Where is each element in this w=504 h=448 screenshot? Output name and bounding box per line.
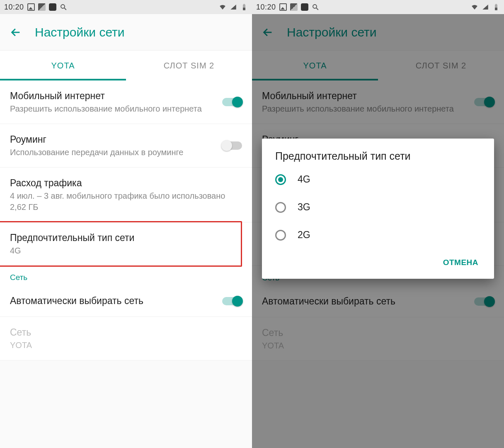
back-button[interactable] <box>260 25 275 40</box>
tab-sim2[interactable]: СЛОТ SIM 2 <box>378 51 504 80</box>
row-network-operator: Сеть YOTA <box>252 317 504 361</box>
status-clock: 10:20 <box>256 3 276 12</box>
radio-icon <box>275 230 286 241</box>
crop-icon <box>290 3 298 11</box>
option-label: 4G <box>298 174 310 185</box>
row-title: Роуминг <box>10 133 216 146</box>
switch-auto-network[interactable] <box>222 297 242 305</box>
radio-icon <box>275 202 286 213</box>
row-data-usage[interactable]: Расход трафика 4 июл. – 3 авг. мобильног… <box>0 168 252 222</box>
row-auto-select-network[interactable]: Автоматически выбирать сеть <box>0 285 252 317</box>
search-icon <box>60 3 67 11</box>
option-2g[interactable]: 2G <box>262 221 494 249</box>
image-icon <box>279 3 287 11</box>
svg-rect-9 <box>496 4 497 5</box>
tab-yota[interactable]: YOTA <box>0 51 126 80</box>
crop-icon <box>38 3 46 11</box>
option-label: 2G <box>298 229 310 241</box>
row-mobile-data[interactable]: Мобильный интернет Разрешить использован… <box>0 80 252 124</box>
row-title: Расход трафика <box>10 177 235 190</box>
tab-yota[interactable]: YOTA <box>252 51 378 80</box>
highlight-box: Предпочтительный тип сети 4G <box>0 221 242 267</box>
dialog-title: Предпочтительный тип сети <box>262 150 494 166</box>
search-icon <box>312 3 319 11</box>
row-subtitle: 4 июл. – 3 авг. мобильного трафика было … <box>10 190 235 213</box>
wifi-icon <box>219 3 226 11</box>
status-bar: 10:20 <box>0 0 252 14</box>
sim-tabs: YOTA СЛОТ SIM 2 <box>0 51 252 80</box>
row-subtitle: YOTA <box>262 340 487 351</box>
option-4g[interactable]: 4G <box>262 166 494 193</box>
status-bar: 10:20 <box>252 0 504 14</box>
app-bar: Настройки сети <box>0 14 252 51</box>
app-bar: Настройки сети <box>252 14 504 51</box>
svg-rect-3 <box>244 4 245 5</box>
square-icon <box>301 3 308 11</box>
battery-icon <box>240 3 248 11</box>
radio-checked-icon <box>275 174 286 185</box>
section-network: Сеть <box>0 265 252 285</box>
svg-line-7 <box>316 8 318 10</box>
cellular-icon <box>230 3 237 11</box>
row-title: Сеть <box>262 326 487 339</box>
svg-rect-4 <box>243 8 245 10</box>
row-title: Предпочтительный тип сети <box>10 231 224 244</box>
cancel-button[interactable]: ОТМЕНА <box>437 254 484 271</box>
image-icon <box>27 3 35 11</box>
page-title: Настройки сети <box>287 25 377 39</box>
row-title: Мобильный интернет <box>262 90 468 102</box>
svg-line-1 <box>64 8 66 10</box>
switch-auto-network[interactable] <box>474 297 494 306</box>
phone-screen-left: 10:20 Настройки сети YOTA СЛОТ SI <box>0 0 252 448</box>
row-subtitle: Разрешить использование мобильного интер… <box>10 103 216 114</box>
switch-mobile-data[interactable] <box>474 98 494 106</box>
row-subtitle: YOTA <box>10 340 235 351</box>
svg-point-0 <box>61 5 65 8</box>
row-roaming[interactable]: Роуминг Использование передачи данных в … <box>0 124 252 168</box>
option-label: 3G <box>298 202 310 213</box>
wifi-icon <box>471 3 478 11</box>
tab-sim2[interactable]: СЛОТ SIM 2 <box>126 51 252 80</box>
cellular-icon <box>482 3 489 11</box>
row-mobile-data[interactable]: Мобильный интернет Разрешить использован… <box>252 80 504 124</box>
back-button[interactable] <box>8 25 23 40</box>
row-title: Мобильный интернет <box>10 90 216 102</box>
row-subtitle: 4G <box>10 245 224 256</box>
row-subtitle: Использование передачи данных в роуминге <box>10 147 216 158</box>
phone-screen-right: 10:20 Настройки сети YOTA СЛОТ SI <box>252 0 504 448</box>
option-3g[interactable]: 3G <box>262 193 494 221</box>
square-icon <box>49 3 56 11</box>
row-network-operator: Сеть YOTA <box>0 317 252 360</box>
preferred-network-dialog: Предпочтительный тип сети 4G 3G 2G ОТМЕН… <box>262 139 494 279</box>
page-title: Настройки сети <box>35 25 125 39</box>
row-title: Сеть <box>10 326 235 339</box>
row-auto-select-network[interactable]: Автоматически выбирать сеть <box>252 286 504 317</box>
row-preferred-network[interactable]: Предпочтительный тип сети 4G <box>0 222 241 265</box>
switch-roaming[interactable] <box>222 141 242 150</box>
svg-point-6 <box>313 5 317 8</box>
switch-mobile-data[interactable] <box>222 98 242 106</box>
battery-icon <box>492 3 500 11</box>
status-clock: 10:20 <box>4 3 24 12</box>
sim-tabs: YOTA СЛОТ SIM 2 <box>252 51 504 80</box>
svg-rect-10 <box>495 8 497 10</box>
row-title: Автоматически выбирать сеть <box>10 295 216 307</box>
row-subtitle: Разрешить использование мобильного интер… <box>262 103 468 114</box>
row-title: Автоматически выбирать сеть <box>262 295 468 308</box>
